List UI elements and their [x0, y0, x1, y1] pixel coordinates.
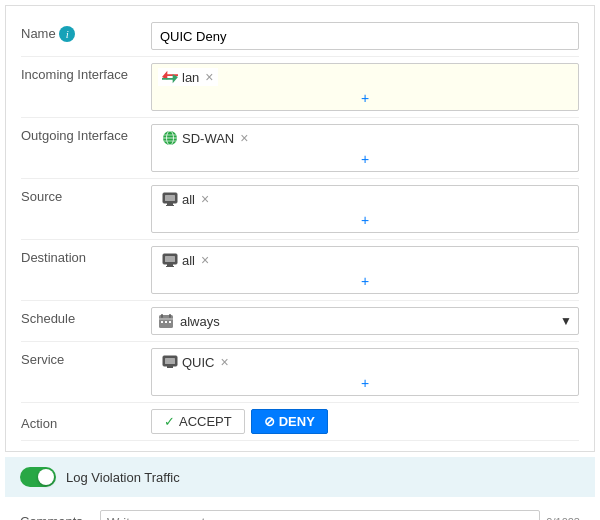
schedule-content: always [158, 313, 220, 329]
name-label: Name i [21, 22, 151, 42]
accept-button[interactable]: ✓ ACCEPT [151, 409, 245, 434]
action-row: Action ✓ ACCEPT ⊘ DENY [21, 403, 579, 441]
destination-row: Destination all × [21, 240, 579, 301]
deny-button[interactable]: ⊘ DENY [251, 409, 328, 434]
name-input[interactable] [151, 22, 579, 50]
outgoing-interface-add[interactable]: + [156, 149, 574, 169]
source-field: all × + [151, 185, 579, 233]
sdwan-tag-remove[interactable]: × [240, 130, 248, 146]
char-count: 0/1023 [546, 510, 580, 520]
comments-label: Comments [20, 510, 100, 520]
info-icon[interactable]: i [59, 26, 75, 42]
incoming-interface-label: Incoming Interface [21, 63, 151, 82]
outgoing-interface-tags: SD-WAN × [156, 127, 574, 149]
schedule-dropdown[interactable]: always ▼ [151, 307, 579, 335]
lan-icon [162, 69, 178, 85]
destination-all-remove[interactable]: × [201, 252, 209, 268]
svg-rect-12 [165, 256, 175, 262]
toggle-knob [38, 469, 54, 485]
svg-rect-14 [166, 266, 174, 267]
outgoing-interface-row: Outgoing Interface [21, 118, 579, 179]
schedule-svg-icon [158, 313, 174, 329]
source-all-tag: all × [158, 190, 213, 208]
schedule-dropdown-arrow[interactable]: ▼ [560, 314, 572, 328]
svg-rect-20 [165, 321, 167, 323]
comments-wrapper: 0/1023 [100, 510, 580, 520]
service-quic-icon [162, 354, 178, 370]
destination-label: Destination [21, 246, 151, 265]
sdwan-tag-label: SD-WAN [182, 131, 234, 146]
comments-input[interactable] [100, 510, 540, 520]
accept-label: ACCEPT [179, 414, 232, 429]
svg-rect-23 [165, 358, 175, 364]
incoming-interface-field: lan × + [151, 63, 579, 111]
quic-tag-remove[interactable]: × [221, 354, 229, 370]
schedule-value: always [180, 314, 220, 329]
action-buttons: ✓ ACCEPT ⊘ DENY [151, 409, 328, 434]
source-all-icon [162, 191, 178, 207]
svg-rect-19 [161, 321, 163, 323]
quic-tag-label: QUIC [182, 355, 215, 370]
source-container[interactable]: all × + [151, 185, 579, 233]
sdwan-svg-icon [162, 130, 178, 146]
name-row: Name i [21, 16, 579, 57]
schedule-icon [158, 313, 174, 329]
source-monitor-icon [162, 192, 178, 206]
sdwan-icon [162, 130, 178, 146]
destination-container[interactable]: all × + [151, 246, 579, 294]
lan-svg-icon [162, 70, 178, 84]
quic-tag: QUIC × [158, 353, 233, 371]
service-row: Service QUIC × [21, 342, 579, 403]
svg-rect-21 [169, 321, 171, 323]
lan-tag-remove[interactable]: × [205, 69, 213, 85]
destination-all-icon [162, 252, 178, 268]
lan-tag: lan × [158, 68, 218, 86]
schedule-row: Schedule always [21, 301, 579, 342]
incoming-interface-container[interactable]: lan × + [151, 63, 579, 111]
destination-all-label: all [182, 253, 195, 268]
destination-monitor-icon [162, 253, 178, 267]
destination-all-tag: all × [158, 251, 213, 269]
outgoing-interface-container[interactable]: SD-WAN × + [151, 124, 579, 172]
service-tags: QUIC × [156, 351, 574, 373]
incoming-interface-tags: lan × [156, 66, 574, 88]
log-violation-toggle[interactable] [20, 467, 56, 487]
incoming-interface-row: Incoming Interface lan × + [21, 57, 579, 118]
service-svg-icon [162, 355, 178, 369]
svg-rect-9 [167, 203, 173, 205]
check-icon: ✓ [164, 414, 175, 429]
source-label: Source [21, 185, 151, 204]
destination-tags: all × [156, 249, 574, 271]
action-label: Action [21, 412, 151, 431]
comments-section: Comments 0/1023 [5, 502, 595, 520]
log-violation-section: Log Violation Traffic [5, 457, 595, 497]
svg-rect-24 [167, 366, 173, 368]
source-add[interactable]: + [156, 210, 574, 230]
destination-field: all × + [151, 246, 579, 294]
service-add[interactable]: + [156, 373, 574, 393]
svg-rect-13 [167, 264, 173, 266]
source-tags: all × [156, 188, 574, 210]
svg-rect-16 [161, 314, 163, 318]
outgoing-interface-field: SD-WAN × + [151, 124, 579, 172]
lan-tag-label: lan [182, 70, 199, 85]
schedule-field: always ▼ [151, 307, 579, 335]
source-all-label: all [182, 192, 195, 207]
incoming-interface-add[interactable]: + [156, 88, 574, 108]
outgoing-interface-label: Outgoing Interface [21, 124, 151, 143]
service-label: Service [21, 348, 151, 367]
source-row: Source all × [21, 179, 579, 240]
deny-circle-icon: ⊘ [264, 414, 275, 429]
deny-label: DENY [279, 414, 315, 429]
destination-add[interactable]: + [156, 271, 574, 291]
service-field: QUIC × + [151, 348, 579, 396]
svg-rect-10 [166, 205, 174, 206]
log-violation-label: Log Violation Traffic [66, 470, 180, 485]
svg-rect-17 [169, 314, 171, 318]
svg-rect-8 [165, 195, 175, 201]
source-all-remove[interactable]: × [201, 191, 209, 207]
service-container[interactable]: QUIC × + [151, 348, 579, 396]
sdwan-tag: SD-WAN × [158, 129, 252, 147]
schedule-label: Schedule [21, 307, 151, 326]
